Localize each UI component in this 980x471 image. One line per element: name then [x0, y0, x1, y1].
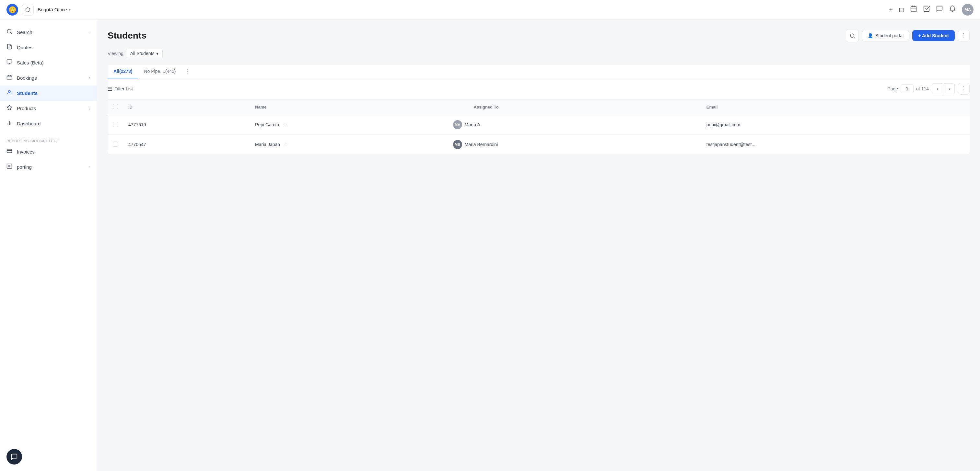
sidebar-item-search[interactable]: Search ›: [0, 25, 97, 40]
chat-icon[interactable]: [936, 5, 943, 14]
page-title: Students: [108, 30, 846, 41]
page-header-actions: 👤 Student portal + Add Student ⋮: [846, 29, 970, 42]
chevron-right-icon: ›: [89, 165, 91, 170]
sidebar-item-reporting[interactable]: porting ›: [0, 159, 97, 174]
table-row: 4770547 Maria Japan ☆ MB Maria Bernardin…: [108, 135, 970, 154]
sidebar-item-quotes[interactable]: Quotes: [0, 40, 97, 55]
sidebar-item-bookings[interactable]: Bookings ›: [0, 70, 97, 86]
students-icon: [6, 89, 12, 97]
quotes-icon: [6, 44, 12, 51]
filter-left: ☰ Filter List: [108, 86, 133, 92]
star-icon[interactable]: ☆: [282, 121, 288, 128]
tab-nopipe[interactable]: No Pipe....(445): [138, 65, 181, 78]
page-input[interactable]: [900, 84, 913, 93]
table-more-button[interactable]: ⋮: [958, 83, 970, 95]
student-portal-label: Student portal: [875, 33, 904, 38]
row-name: Maria Japan ☆: [250, 135, 447, 154]
row-assigned: MA Marta A: [448, 115, 701, 135]
filter-button[interactable]: ☰ Filter List: [108, 86, 133, 92]
org-selector[interactable]: Bogotá Office ▾: [38, 7, 71, 12]
filter-icon: ☰: [108, 86, 112, 92]
bookings-icon: [6, 74, 12, 82]
app-logo-circle[interactable]: 😊: [6, 4, 18, 16]
table-row: 4777519 Pepi García ☆ MA Marta A: [108, 115, 970, 135]
sidebar-item-dashboard[interactable]: Dashboard: [0, 116, 97, 131]
viewing-label: Viewing: [108, 51, 124, 56]
tabs-more-icon[interactable]: ⋮: [181, 65, 193, 78]
page-header: Students 👤 Student portal + Add Student …: [108, 29, 970, 42]
row-id: 4777519: [123, 115, 250, 135]
row-id: 4770547: [123, 135, 250, 154]
tabs: All(2273) No Pipe....(445) ⋮: [108, 65, 970, 78]
org-chevron-icon: ▾: [69, 7, 71, 12]
sidebar-item-label: Products: [17, 106, 84, 111]
star-icon[interactable]: ☆: [283, 141, 288, 148]
sidebar-item-label: Invoices: [17, 149, 91, 154]
filter-right: Page of 114 ‹ › ⋮: [887, 83, 970, 95]
sidebar-item-label: Sales (Beta): [17, 60, 91, 65]
row-checkbox[interactable]: [113, 122, 118, 127]
sidebar-item-label: Students: [17, 90, 91, 96]
add-icon[interactable]: +: [889, 6, 893, 13]
invoices-icon: [6, 148, 12, 155]
row-email: testjapanstudent@test...: [701, 135, 970, 154]
svg-point-20: [850, 34, 854, 37]
next-page-button[interactable]: ›: [944, 83, 955, 94]
assigned-avatar: MB: [453, 140, 462, 149]
row-checkbox-cell: [108, 135, 123, 154]
select-all-checkbox[interactable]: [113, 104, 118, 109]
col-id: ID: [123, 100, 250, 115]
search-icon: [6, 29, 12, 36]
student-portal-icon: 👤: [867, 33, 873, 38]
sidebar-item-products[interactable]: Products ›: [0, 101, 97, 116]
search-button[interactable]: [846, 29, 859, 42]
row-checkbox-cell: [108, 115, 123, 135]
sidebar: Search › Quotes Sales (Beta) Bookings ›: [0, 19, 97, 471]
sidebar-item-label: porting: [17, 164, 84, 170]
tasks-icon[interactable]: [923, 5, 930, 14]
page-nav: ‹ ›: [932, 83, 955, 94]
bell-icon[interactable]: [949, 5, 956, 14]
user-avatar[interactable]: MA: [962, 4, 974, 16]
assigned-avatar: MA: [453, 120, 462, 129]
page-total: of 114: [916, 86, 929, 91]
svg-line-21: [853, 36, 854, 38]
sidebar-item-invoices[interactable]: Invoices: [0, 144, 97, 159]
more-options-button[interactable]: ⋮: [958, 30, 970, 41]
page-label: Page: [887, 86, 898, 91]
col-email: Email: [701, 100, 970, 115]
prev-page-button[interactable]: ‹: [932, 83, 943, 94]
org-logo-box[interactable]: ⬡: [22, 4, 34, 16]
add-student-button[interactable]: + Add Student: [912, 30, 955, 41]
row-name: Pepi García ☆: [250, 115, 447, 135]
chat-support-button[interactable]: [6, 449, 22, 465]
col-name: Name: [250, 100, 447, 115]
inbox-icon[interactable]: ⊟: [899, 6, 904, 14]
topnav: 😊 ⬡ Bogotá Office ▾ + ⊟ MA: [0, 0, 980, 19]
student-portal-button[interactable]: 👤 Student portal: [862, 30, 909, 41]
page-info: Page of 114: [887, 84, 929, 93]
calendar-icon[interactable]: [910, 5, 917, 14]
sales-icon: [6, 59, 12, 67]
tab-all[interactable]: All(2273): [108, 65, 138, 78]
chevron-right-icon: ›: [89, 106, 91, 111]
sidebar-item-label: Bookings: [17, 75, 84, 81]
table-container: All(2273) No Pipe....(445) ⋮ ☰ Filter Li…: [108, 65, 970, 154]
svg-rect-9: [7, 76, 12, 79]
sidebar-item-label: Search: [17, 30, 84, 35]
viewing-option: All Students: [130, 51, 154, 56]
sidebar-item-label: Dashboard: [17, 121, 91, 126]
sidebar-item-sales[interactable]: Sales (Beta): [0, 55, 97, 70]
viewing-select[interactable]: All Students ▾: [126, 49, 163, 58]
filter-row: ☰ Filter List Page of 114 ‹ › ⋮: [108, 78, 970, 100]
col-assigned: Assigned To: [448, 100, 701, 115]
sidebar-item-students[interactable]: Students: [0, 86, 97, 101]
students-table: ID Name Assigned To Email 4777519: [108, 100, 970, 154]
svg-rect-15: [7, 149, 12, 153]
svg-line-5: [10, 32, 11, 33]
row-assigned: MB Maria Bernardini: [448, 135, 701, 154]
svg-point-4: [7, 29, 11, 33]
sidebar-item-label: Quotes: [17, 45, 91, 50]
row-checkbox[interactable]: [113, 141, 118, 147]
viewing-chevron-icon: ▾: [156, 51, 159, 56]
